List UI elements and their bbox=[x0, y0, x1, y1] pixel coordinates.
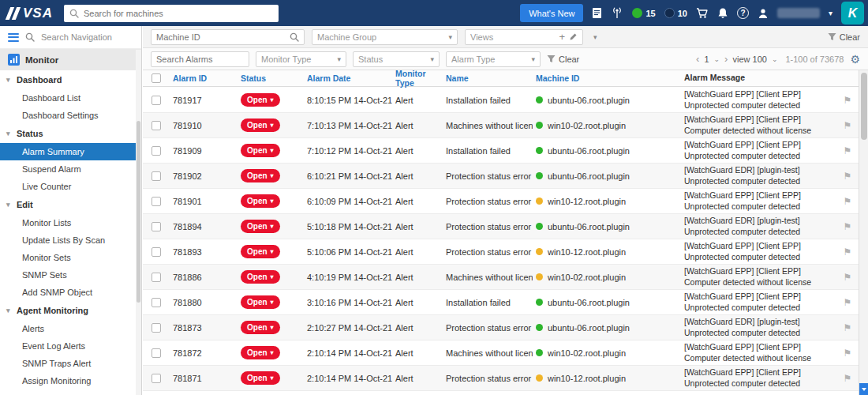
gear-icon[interactable]: ⚙ bbox=[850, 54, 860, 65]
offline-agents-counter[interactable]: 10 bbox=[664, 8, 687, 18]
clear-machine-filter-button[interactable]: Clear bbox=[828, 32, 860, 42]
account-chevron-icon[interactable]: ▾ bbox=[829, 9, 832, 17]
row-checkbox[interactable] bbox=[152, 374, 161, 383]
sidebar-scrollbar[interactable] bbox=[136, 50, 141, 395]
sidebar-item-monitor-lists[interactable]: Monitor Lists bbox=[0, 214, 141, 231]
flag-icon[interactable]: ⚑ bbox=[844, 221, 852, 232]
column-header-monitor-type[interactable]: Monitor Type bbox=[392, 69, 443, 88]
row-checkbox[interactable] bbox=[152, 222, 161, 231]
status-pill[interactable]: Open▾ bbox=[241, 169, 280, 182]
add-view-button[interactable]: + bbox=[559, 32, 565, 42]
user-icon[interactable] bbox=[758, 8, 769, 19]
status-pill[interactable]: Open▾ bbox=[241, 93, 280, 107]
page-prev-icon[interactable]: ‹ bbox=[696, 54, 699, 64]
row-checkbox[interactable] bbox=[152, 348, 161, 358]
document-icon[interactable] bbox=[592, 7, 602, 19]
clear-alarm-filter-button[interactable]: Clear bbox=[547, 55, 579, 64]
search-icon[interactable] bbox=[290, 32, 299, 42]
row-checkbox[interactable] bbox=[152, 323, 161, 333]
sidebar-item-update-lists-by-scan[interactable]: Update Lists By Scan bbox=[0, 231, 141, 249]
flag-icon[interactable]: ⚑ bbox=[844, 120, 852, 131]
view-count-select[interactable]: view 100 ⌄ bbox=[732, 55, 777, 64]
row-checkbox[interactable] bbox=[152, 171, 161, 181]
nav-section-dashboard[interactable]: ▾Dashboard bbox=[0, 70, 141, 89]
sidebar-module-monitor[interactable]: Monitor bbox=[0, 49, 141, 70]
nav-section-edit[interactable]: ▾Edit bbox=[0, 195, 141, 214]
machine-search-input[interactable] bbox=[84, 9, 273, 18]
alarm-type-select[interactable]: Alarm Type ▾ bbox=[446, 51, 541, 67]
nav-section-status[interactable]: ▾Status bbox=[0, 124, 141, 143]
sidebar-item-snmp-sets[interactable]: SNMP Sets bbox=[0, 266, 141, 284]
cart-icon[interactable] bbox=[696, 7, 709, 19]
nav-search-label[interactable]: Search Navigation bbox=[41, 32, 112, 42]
status-pill[interactable]: Open▾ bbox=[241, 295, 280, 309]
sidebar-item-assign-monitoring[interactable]: Assign Monitoring bbox=[0, 372, 141, 389]
status-pill[interactable]: Open▾ bbox=[241, 371, 280, 385]
flag-icon[interactable]: ⚑ bbox=[844, 373, 852, 384]
whats-new-button[interactable]: What's New bbox=[520, 4, 583, 22]
machine-group-select[interactable]: Machine Group ▾ bbox=[312, 29, 458, 45]
machine-id-input[interactable] bbox=[156, 32, 286, 42]
scroll-down-button[interactable] bbox=[859, 383, 868, 395]
flag-icon[interactable]: ⚑ bbox=[844, 322, 852, 333]
vertical-scrollbar[interactable] bbox=[859, 70, 868, 395]
sidebar-item-add-snmp-object[interactable]: Add SNMP Object bbox=[0, 284, 141, 301]
row-checkbox[interactable] bbox=[152, 197, 161, 206]
column-header-name[interactable]: Name bbox=[443, 73, 533, 83]
select-all-checkbox[interactable] bbox=[152, 73, 161, 83]
monitor-type-select[interactable]: Monitor Type ▾ bbox=[256, 51, 346, 67]
help-icon[interactable]: ? bbox=[737, 7, 749, 19]
row-checkbox[interactable] bbox=[152, 298, 161, 307]
sidebar-item-monitor-log[interactable]: Monitor Log bbox=[0, 389, 141, 395]
views-chevron-icon[interactable]: ▾ bbox=[593, 33, 597, 41]
menu-icon[interactable] bbox=[8, 33, 19, 42]
broadcast-icon[interactable] bbox=[611, 7, 623, 19]
flag-icon[interactable]: ⚑ bbox=[844, 196, 852, 207]
vsa-logo[interactable]: VSA bbox=[0, 0, 64, 26]
sidebar-item-alarm-summary[interactable]: Alarm Summary bbox=[0, 143, 141, 160]
row-checkbox[interactable] bbox=[152, 121, 161, 130]
sidebar-scrollbar-thumb[interactable] bbox=[137, 121, 140, 303]
status-pill[interactable]: Open▾ bbox=[241, 144, 280, 157]
column-header-alarm-message[interactable]: Alarm Message bbox=[681, 73, 846, 83]
row-checkbox[interactable] bbox=[152, 96, 161, 105]
sidebar-item-live-counter[interactable]: Live Counter bbox=[0, 178, 141, 195]
status-pill[interactable]: Open▾ bbox=[241, 321, 280, 334]
status-pill[interactable]: Open▾ bbox=[241, 118, 280, 132]
status-pill[interactable]: Open▾ bbox=[241, 194, 280, 208]
sidebar-item-alerts[interactable]: Alerts bbox=[0, 320, 141, 337]
sidebar-item-event-log-alerts[interactable]: Event Log Alerts bbox=[0, 337, 141, 355]
row-checkbox[interactable] bbox=[152, 273, 161, 282]
scrollbar-thumb[interactable] bbox=[861, 73, 867, 140]
views-select[interactable]: Views + bbox=[465, 29, 583, 45]
sidebar-item-dashboard-list[interactable]: Dashboard List bbox=[0, 89, 141, 107]
status-select[interactable]: Status ▾ bbox=[353, 51, 440, 67]
bell-icon[interactable] bbox=[717, 7, 728, 19]
sidebar-item-snmp-traps-alert[interactable]: SNMP Traps Alert bbox=[0, 355, 141, 372]
page-next-icon[interactable]: › bbox=[724, 54, 728, 64]
edit-view-icon[interactable] bbox=[569, 32, 578, 41]
column-header-alarm-id[interactable]: Alarm ID bbox=[170, 73, 238, 83]
username-redacted[interactable] bbox=[777, 8, 820, 18]
flag-icon[interactable]: ⚑ bbox=[844, 171, 852, 182]
sidebar-item-monitor-sets[interactable]: Monitor Sets bbox=[0, 249, 141, 266]
row-checkbox[interactable] bbox=[152, 247, 161, 257]
flag-icon[interactable]: ⚑ bbox=[844, 145, 852, 156]
flag-icon[interactable]: ⚑ bbox=[844, 272, 852, 283]
status-pill[interactable]: Open▾ bbox=[241, 270, 280, 284]
online-agents-counter[interactable]: 15 bbox=[632, 8, 655, 18]
row-checkbox[interactable] bbox=[152, 146, 161, 156]
sidebar-item-dashboard-settings[interactable]: Dashboard Settings bbox=[0, 107, 141, 124]
flag-icon[interactable]: ⚑ bbox=[844, 95, 852, 106]
status-pill[interactable]: Open▾ bbox=[241, 245, 280, 258]
flag-icon[interactable]: ⚑ bbox=[844, 348, 852, 359]
flag-icon[interactable]: ⚑ bbox=[844, 297, 852, 308]
column-header-machine-id[interactable]: Machine ID bbox=[533, 73, 681, 83]
status-pill[interactable]: Open▾ bbox=[241, 220, 280, 233]
flag-icon[interactable]: ⚑ bbox=[844, 246, 852, 258]
search-alarms-input[interactable] bbox=[156, 55, 268, 64]
page-number-select[interactable]: 1 ⌄ bbox=[704, 55, 720, 64]
nav-section-agent-monitoring[interactable]: ▾Agent Monitoring bbox=[0, 301, 141, 320]
sidebar-item-suspend-alarm[interactable]: Suspend Alarm bbox=[0, 160, 141, 178]
status-pill[interactable]: Open▾ bbox=[241, 346, 280, 359]
